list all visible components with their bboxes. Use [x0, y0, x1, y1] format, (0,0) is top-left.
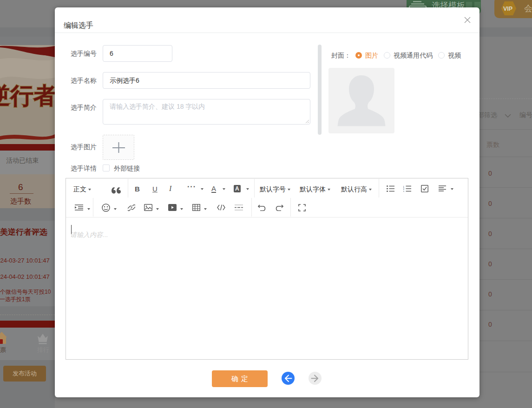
svg-text:3: 3 [403, 191, 404, 192]
svg-text:VIP: VIP [503, 6, 512, 12]
svg-text:逆行者: 逆行者 [0, 83, 55, 109]
